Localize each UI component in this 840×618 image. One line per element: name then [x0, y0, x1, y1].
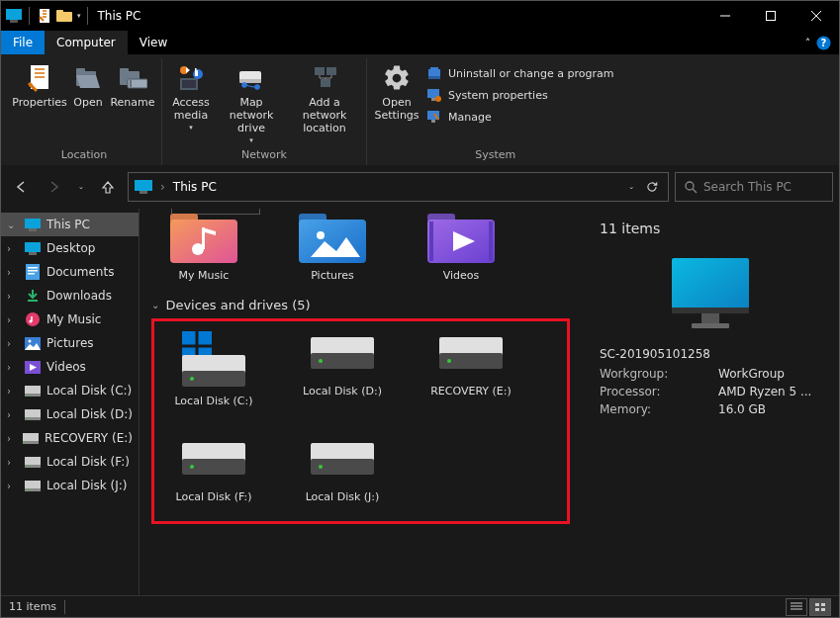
- svg-rect-109: [815, 603, 819, 606]
- nav-local-disk-d[interactable]: ›Local Disk (D:): [1, 402, 139, 426]
- recent-dropdown[interactable]: ⌄: [74, 173, 88, 201]
- properties-button[interactable]: Properties: [13, 60, 66, 111]
- svg-point-89: [190, 377, 194, 381]
- address-box[interactable]: › This PC ⌄: [128, 172, 669, 202]
- svg-line-43: [693, 189, 697, 193]
- access-media-button[interactable]: Access media ▾: [168, 60, 214, 133]
- svg-rect-0: [6, 9, 22, 20]
- drive-j[interactable]: Local Disk (J:): [293, 437, 392, 503]
- nav-pictures[interactable]: ›Pictures: [1, 331, 139, 355]
- search-icon: [684, 180, 698, 194]
- qat-explorer-icon[interactable]: [55, 7, 73, 25]
- view-details-button[interactable]: [786, 598, 807, 616]
- menu-view[interactable]: View: [128, 31, 179, 54]
- ribbon: Properties Open Rename Location Access m…: [1, 54, 839, 165]
- svg-rect-44: [25, 219, 41, 228]
- ribbon-group-label-system: System: [475, 148, 515, 165]
- nav-local-disk-f[interactable]: ›Local Disk (F:): [1, 450, 139, 474]
- drive-d[interactable]: Local Disk (D:): [293, 331, 392, 407]
- svg-rect-41: [140, 191, 147, 194]
- nav-videos[interactable]: ›Videos: [1, 355, 139, 379]
- address-bar: ⌄ › This PC ⌄ Search This PC: [1, 165, 839, 209]
- navigation-pane[interactable]: ⌄ This PC ›Desktop ›Documents ›Downloads…: [1, 209, 140, 595]
- manage-button[interactable]: Manage: [422, 106, 496, 128]
- qat-properties-icon[interactable]: [36, 7, 53, 25]
- svg-rect-110: [821, 603, 825, 606]
- svg-point-98: [190, 465, 194, 469]
- system-properties-button[interactable]: System properties: [422, 84, 552, 106]
- svg-rect-61: [25, 409, 41, 417]
- svg-rect-83: [489, 221, 493, 261]
- address-dropdown-icon[interactable]: ⌄: [628, 183, 634, 191]
- nav-desktop[interactable]: ›Desktop: [1, 236, 139, 260]
- svg-point-42: [686, 182, 694, 190]
- access-media-label: Access media: [170, 96, 212, 122]
- minimize-button[interactable]: [702, 1, 748, 31]
- nav-this-pc[interactable]: ⌄ This PC: [1, 213, 139, 236]
- open-button[interactable]: Open: [68, 60, 108, 111]
- back-button[interactable]: [7, 173, 35, 201]
- help-icon[interactable]: ?: [816, 36, 831, 50]
- svg-rect-31: [321, 79, 330, 87]
- svg-rect-36: [431, 98, 435, 101]
- svg-rect-30: [327, 67, 336, 75]
- content-area[interactable]: Desktop Documents Downloads My Music Pic…: [140, 209, 582, 595]
- rename-button[interactable]: Rename: [110, 60, 155, 111]
- svg-rect-50: [28, 270, 38, 272]
- close-button[interactable]: [793, 1, 839, 31]
- uninstall-button[interactable]: Uninstall or change a program: [422, 62, 617, 84]
- folder-pictures[interactable]: Pictures: [288, 209, 377, 282]
- menu-file[interactable]: File: [1, 31, 45, 54]
- svg-point-27: [241, 82, 247, 88]
- chevron-right-icon[interactable]: ›: [160, 180, 165, 194]
- details-pc-icon: [600, 254, 821, 333]
- menubar: File Computer View ˄ ?: [1, 31, 839, 54]
- view-large-icons-button[interactable]: [809, 598, 831, 616]
- ribbon-collapse-icon[interactable]: ˄: [805, 38, 810, 48]
- refresh-button[interactable]: [642, 173, 662, 201]
- nav-documents[interactable]: ›Documents: [1, 260, 139, 284]
- svg-rect-105: [692, 323, 729, 328]
- nav-recovery-e[interactable]: ›RECOVERY (E:): [1, 426, 139, 450]
- nav-local-disk-c[interactable]: ›Local Disk (C:): [1, 379, 139, 402]
- svg-point-53: [26, 312, 40, 326]
- open-settings-button[interactable]: Open Settings: [373, 60, 420, 124]
- svg-point-79: [317, 231, 325, 239]
- folder-videos[interactable]: Videos: [417, 209, 506, 282]
- forward-button[interactable]: [41, 173, 68, 201]
- folder-my-music[interactable]: My Music: [159, 209, 248, 282]
- menu-computer[interactable]: Computer: [45, 31, 128, 54]
- nav-my-music[interactable]: ›My Music: [1, 308, 139, 331]
- svg-point-66: [25, 441, 27, 443]
- svg-rect-15: [76, 68, 85, 73]
- nav-local-disk-j[interactable]: ›Local Disk (J:): [1, 474, 139, 497]
- add-network-location-button[interactable]: Add a network location: [289, 60, 360, 136]
- nav-downloads[interactable]: ›Downloads: [1, 284, 139, 308]
- drive-f[interactable]: Local Disk (F:): [164, 437, 263, 503]
- drives-section-header[interactable]: ⌄ Devices and drives (5): [151, 290, 570, 318]
- map-drive-button[interactable]: Map network drive ▾: [216, 60, 287, 146]
- svg-rect-33: [430, 67, 438, 70]
- drives-section-title: Devices and drives (5): [165, 298, 310, 312]
- svg-point-13: [29, 83, 33, 87]
- svg-rect-26: [239, 79, 261, 83]
- details-header: 11 items: [600, 221, 821, 236]
- svg-rect-29: [315, 67, 325, 75]
- qat-dropdown-icon[interactable]: ▾: [77, 12, 81, 20]
- maximize-button[interactable]: [748, 1, 793, 31]
- search-box[interactable]: Search This PC: [675, 172, 833, 202]
- properties-label: Properties: [12, 96, 67, 109]
- app-icon: [5, 7, 23, 25]
- up-button[interactable]: [94, 173, 122, 201]
- svg-point-37: [435, 96, 441, 102]
- svg-rect-67: [25, 457, 41, 465]
- svg-text:?: ?: [821, 38, 827, 48]
- drive-c[interactable]: Local Disk (C:): [164, 331, 263, 407]
- ribbon-group-label-location: Location: [61, 148, 108, 165]
- svg-rect-49: [28, 267, 38, 269]
- svg-rect-86: [182, 345, 212, 348]
- pc-icon: [135, 180, 152, 194]
- svg-rect-111: [815, 608, 819, 611]
- svg-rect-58: [25, 386, 41, 394]
- drive-e[interactable]: RECOVERY (E:): [421, 331, 520, 407]
